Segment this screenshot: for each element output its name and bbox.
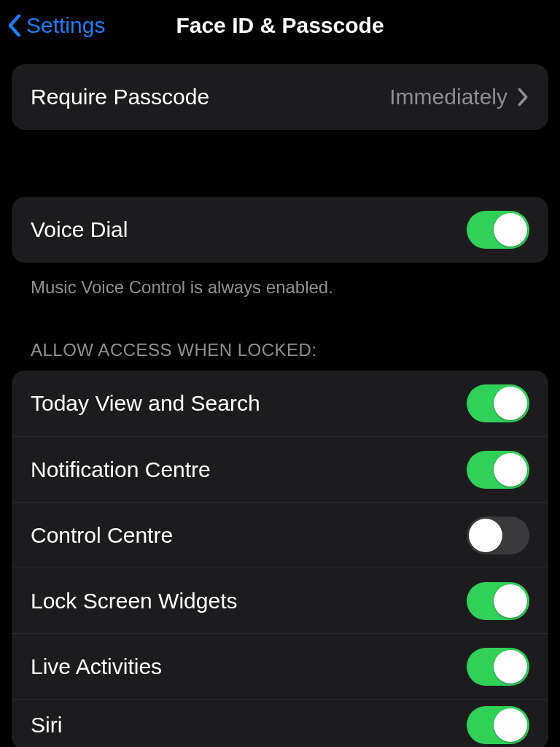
require-passcode-group: Require Passcode Immediately bbox=[12, 64, 548, 130]
back-button[interactable]: Settings bbox=[7, 13, 105, 38]
setting-label: Control Centre bbox=[31, 523, 173, 548]
notification-centre-row: Notification Centre bbox=[12, 436, 548, 502]
voice-dial-label: Voice Dial bbox=[31, 217, 128, 242]
nav-bar: Settings Face ID & Passcode bbox=[0, 0, 560, 51]
live-activities-toggle[interactable] bbox=[467, 648, 529, 686]
lock-screen-widgets-toggle[interactable] bbox=[467, 582, 529, 620]
chevron-left-icon bbox=[7, 13, 22, 38]
require-passcode-row[interactable]: Require Passcode Immediately bbox=[12, 64, 548, 130]
control-centre-row: Control Centre bbox=[12, 502, 548, 568]
siri-toggle[interactable] bbox=[467, 706, 529, 744]
setting-label: Today View and Search bbox=[31, 391, 260, 416]
live-activities-row: Live Activities bbox=[12, 633, 548, 699]
control-centre-toggle[interactable] bbox=[467, 516, 529, 554]
today-view-toggle[interactable] bbox=[467, 384, 529, 422]
siri-row: Siri bbox=[12, 699, 548, 747]
setting-label: Live Activities bbox=[31, 654, 162, 679]
allow-access-header: ALLOW ACCESS WHEN LOCKED: bbox=[12, 298, 548, 371]
lock-screen-widgets-row: Lock Screen Widgets bbox=[12, 568, 548, 633]
voice-dial-row: Voice Dial bbox=[12, 197, 548, 263]
notification-centre-toggle[interactable] bbox=[467, 451, 529, 489]
setting-label: Siri bbox=[31, 713, 62, 738]
back-label: Settings bbox=[26, 13, 105, 38]
setting-label: Lock Screen Widgets bbox=[31, 589, 237, 614]
voice-dial-toggle[interactable] bbox=[467, 211, 529, 249]
voice-dial-group: Voice Dial bbox=[12, 197, 548, 263]
setting-label: Notification Centre bbox=[31, 457, 211, 482]
content: Require Passcode Immediately Voice Dial … bbox=[0, 51, 560, 747]
require-passcode-value: Immediately bbox=[389, 85, 508, 109]
chevron-right-icon bbox=[518, 87, 529, 107]
require-passcode-label: Require Passcode bbox=[31, 85, 209, 109]
voice-dial-footer: Music Voice Control is always enabled. bbox=[12, 263, 548, 298]
allow-access-group: Today View and Search Notification Centr… bbox=[12, 371, 548, 747]
today-view-row: Today View and Search bbox=[12, 371, 548, 436]
page-title: Face ID & Passcode bbox=[176, 13, 384, 38]
